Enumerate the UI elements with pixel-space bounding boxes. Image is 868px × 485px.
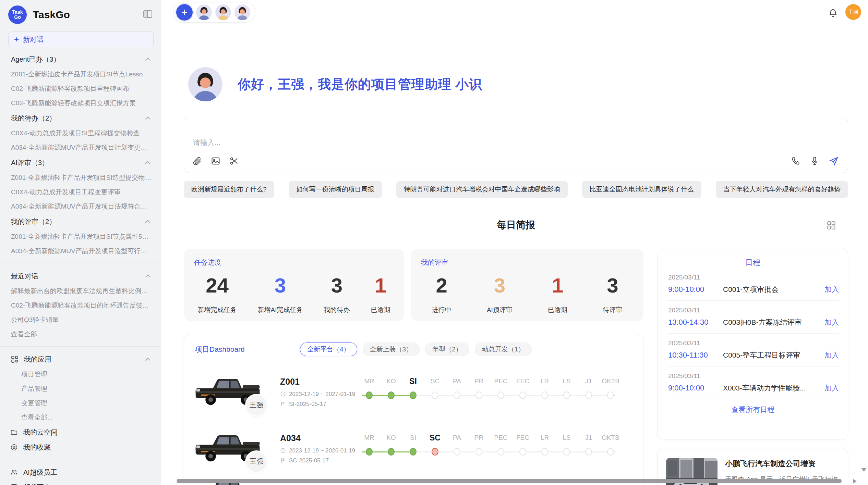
sidebar-item[interactable]: A034-全新新能源MUV产品开发项目造型可行性评审 [0, 244, 161, 258]
new-chat-label: 新对话 [23, 35, 44, 44]
scroll-right-arrow[interactable] [853, 479, 857, 484]
sidebar-section-header[interactable]: AI评审（3） [0, 155, 161, 171]
milestone-dot [563, 448, 570, 456]
milestone-dot [475, 448, 482, 456]
suggestion-chip[interactable]: 欧洲新规最近颁布了什么? [184, 181, 274, 198]
notification-bell-icon[interactable] [828, 8, 838, 19]
project-date-range: 2023-12-19 ~ 2026-01-19 [280, 447, 358, 454]
sidebar-section-title: AI评审（3） [11, 158, 145, 167]
sidebar-item[interactable]: C02-飞腾新能源轻客改款项目里程碑画布 [0, 82, 161, 96]
sidebar-section-my-apps[interactable]: 我的应用 [0, 351, 161, 367]
milestone-label: SC [424, 375, 446, 387]
milestone-dot [432, 391, 438, 399]
sidebar-tool-links: AI超级员工帮我写作创意制图 [0, 465, 161, 485]
milestone-SC: SC [424, 432, 446, 456]
phone-icon[interactable] [791, 156, 800, 167]
sidebar-item[interactable]: C02-飞腾新能源轻客改款项目立项汇报方案 [0, 96, 161, 110]
clock-icon [280, 391, 286, 397]
project-info: A0342023-12-19 ~ 2026-01-19SC-2025-05-17 [280, 433, 358, 464]
event-time: 9:00-10:00 [668, 285, 723, 294]
microphone-icon[interactable] [810, 156, 819, 167]
milestone-label: LS [556, 375, 578, 387]
sidebar-item[interactable]: Z001-全新燃油轻卡产品开发项目SI造型提交物评审 [0, 171, 161, 185]
send-icon[interactable] [829, 156, 839, 167]
project-row: 王强Z0012023-12-19 ~ 2027-01-19SI-2025-05-… [184, 364, 643, 420]
sidebar-item[interactable]: A034-全新新能源MUV产品开发项目计划变更表编写 [0, 140, 161, 155]
sidebar-app-item[interactable]: 变更管理 [0, 396, 161, 410]
collapse-sidebar-icon[interactable] [143, 10, 152, 20]
add-agent-button[interactable]: + [176, 4, 193, 21]
sidebar-app-item[interactable]: 项目管理 [0, 367, 161, 382]
project-code: Z001 [280, 377, 358, 387]
join-event-link[interactable]: 加入 [824, 285, 839, 294]
stat-value: 3 [324, 275, 350, 296]
suggestion-chip[interactable]: 如何写一份清晰的项目周报 [289, 181, 382, 198]
briefing-layout-icon[interactable] [827, 221, 836, 231]
sidebar-app-item[interactable]: 产品管理 [0, 382, 161, 396]
dashboard-filter-tab[interactable]: 年型（2） [425, 343, 469, 356]
scroll-down-arrow[interactable] [861, 468, 867, 472]
milestone-label: PA [446, 375, 468, 387]
sidebar-item[interactable]: 查看全部... [0, 327, 161, 341]
chevron-up-icon [145, 116, 151, 120]
new-chat-button[interactable]: + 新对话 [8, 32, 154, 47]
dashboard-filter-tab[interactable]: 动总开发（1） [475, 343, 532, 356]
sidebar-item[interactable]: C02-飞腾新能源轻客改款项目的闭环通告反馈情况 [0, 298, 161, 313]
sidebar-section-header[interactable]: 最近对话 [0, 268, 161, 284]
image-icon[interactable] [211, 156, 220, 167]
stat-card-title: 任务进度 [184, 249, 404, 267]
sidebar-section-title: 我的评审（2） [11, 217, 145, 226]
milestone-label: MR [358, 432, 380, 444]
dashboard-filter-tab[interactable]: 全新平台（4） [300, 343, 357, 356]
suggestion-chip[interactable]: 特朗普可能对进口汽车增税会对中国车企造成哪些影响 [396, 181, 568, 198]
sidebar-item[interactable]: 公司Q3轻卡销量 [0, 313, 161, 327]
avatar-illustration [234, 4, 250, 20]
dashboard-filter-tab[interactable]: 全新上装（3） [363, 343, 420, 356]
sidebar-link-star-badge[interactable]: 我的收藏 [0, 440, 161, 455]
milestone-label: KO [380, 432, 402, 444]
sidebar-item[interactable]: C0X4-动力总成开发项目工程变更评审 [0, 185, 161, 199]
sidebar-tool-people[interactable]: AI超级员工 [0, 465, 161, 480]
flag-icon [280, 401, 286, 407]
schedule-card: 日程 2025/03/119:00-10:00C001-立项审批会加入2025/… [658, 249, 848, 439]
sidebar-item[interactable]: Z001-全新燃油皮卡产品开发项目SI节点Lesson Learn报告 [0, 67, 161, 82]
message-input[interactable] [193, 138, 742, 147]
sidebar-section-header[interactable]: Agent已办（3） [0, 51, 161, 67]
sidebar-item[interactable]: A034-全新新能源MUV产品开发项目法规符合性评审 [0, 199, 161, 214]
sidebar-header: Task Go TaskGo [0, 0, 161, 24]
sidebar-link-label: 我的云空间 [23, 428, 58, 437]
join-event-link[interactable]: 加入 [824, 318, 839, 327]
sidebar-tool-write[interactable]: 帮我写作 [0, 480, 161, 485]
sidebar-item[interactable]: C0X4-动力总成开发项目SI里程碑提交物检查 [0, 126, 161, 140]
milestone-label: J1 [578, 432, 600, 444]
join-event-link[interactable]: 加入 [824, 350, 839, 360]
user-avatar[interactable]: 王强 [845, 4, 861, 20]
milestone-dot [366, 448, 373, 456]
suggestion-chip[interactable]: 当下年轻人对汽车外观有怎样的喜好趋势 [716, 181, 848, 198]
suggestion-chip[interactable]: 比亚迪全固态电池计划具体说了什么 [582, 181, 701, 198]
sidebar-section-header[interactable]: 我的评审（2） [0, 214, 161, 229]
attachment-icon[interactable] [192, 156, 202, 167]
scissors-icon[interactable] [229, 156, 239, 167]
composer-left-tools [192, 156, 239, 167]
sidebar-section-header[interactable]: 我的待办（2） [0, 110, 161, 126]
schedule-event: 2025/03/119:00-10:00X003-车辆动力学性能验...加入 [658, 366, 848, 399]
news-title: 小鹏飞行汽车制造公司增资 [725, 459, 840, 469]
sidebar-item[interactable]: 解释最新出台的欧盟报废车法规再生塑料比例被调至15%... [0, 284, 161, 298]
sidebar-app-item[interactable]: 查看全部... [0, 410, 161, 425]
milestone-FEC: FEC [512, 375, 534, 399]
agent-avatar-3[interactable] [234, 4, 250, 20]
join-event-link[interactable]: 加入 [824, 383, 839, 393]
sidebar-section: 我的待办（2）C0X4-动力总成开发项目SI里程碑提交物检查A034-全新新能源… [0, 110, 161, 155]
sidebar-item[interactable]: Z001-全新燃油轻卡产品开发项目SI节点属性5D文件评审 [0, 229, 161, 244]
cloud-folder-icon [10, 428, 18, 436]
sidebar-section: 最近对话解释最新出台的欧盟报废车法规再生塑料比例被调至15%...C02-飞腾新… [0, 268, 161, 341]
sidebar-link-cloud-folder[interactable]: 我的云空间 [0, 425, 161, 440]
view-all-schedule-link[interactable]: 查看所有日程 [658, 405, 848, 414]
agent-avatar-1[interactable] [196, 4, 212, 20]
stat: 1已逾期 [371, 275, 390, 314]
agent-avatar-2[interactable] [215, 4, 231, 20]
horizontal-scrollbar[interactable] [177, 479, 842, 483]
event-time: 13:00-14:30 [668, 318, 723, 327]
event-row: 10:30-11:30C005-整车工程目标评审加入 [668, 350, 839, 366]
